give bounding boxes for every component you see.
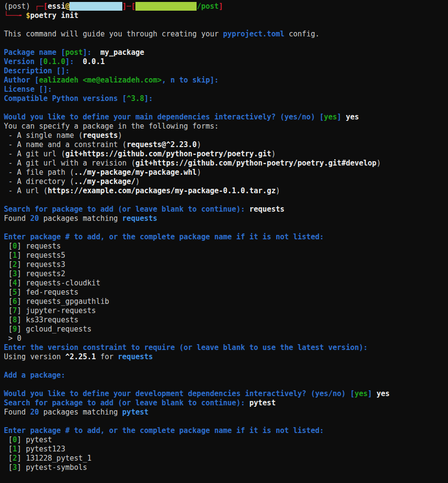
form-bullet-file-path: - A file path (../my-package/my-package.… [4, 168, 448, 177]
package-option-text: [ [4, 445, 13, 453]
package-option-text: 5 [13, 288, 17, 297]
package-option-text: requests_gpgauthlib [26, 297, 109, 306]
resolved-version: ^2.25.1 [65, 352, 96, 361]
form-bullet-directory-text: ) [135, 177, 140, 186]
package-option: [2] requests3 [4, 260, 448, 269]
search-package-prompt-text: Search for package to add (or leave blan… [4, 205, 249, 214]
version-constraint-prompt-text: Enter the version constraint to require … [4, 343, 368, 352]
package-option-text: 7 [13, 306, 17, 315]
package-option-text: ] [17, 306, 26, 315]
blank-line [4, 380, 448, 389]
redacted-path-block [135, 2, 197, 11]
package-option-text: pytest [26, 435, 52, 444]
enter-package-prompt-text: Enter package # to add, or the complete … [4, 426, 324, 435]
author-prompt-text: , n to skip]: [162, 76, 218, 84]
dev-deps-question-text: Would you like to define your developmen… [4, 389, 354, 398]
package-option-text: gcloud_requests [26, 325, 91, 333]
version-prompt-text [74, 57, 83, 66]
package-option-text: 0 [13, 242, 17, 250]
enter-package-prompt-text: Enter package # to add, or the complete … [4, 233, 324, 241]
package-option-text: ] [17, 316, 26, 324]
shell-prompt-line-1-text: ]─[ [122, 2, 135, 11]
package-option-text: [ [4, 316, 13, 324]
shell-prompt-line-1-text: ] [219, 2, 223, 11]
package-option-text: fed-requests [26, 288, 78, 297]
license-prompt: License []: [4, 85, 448, 94]
shell-prompt-line-1-text: ┌─[ [34, 2, 48, 11]
blank-line [4, 196, 448, 205]
package-option-text: jupyter-requests [26, 306, 96, 315]
package-option-text: [ [4, 297, 13, 306]
package-option: [5] fed-requests [4, 288, 448, 297]
package-option-text: [ [4, 242, 13, 250]
package-option-text: ] [17, 279, 26, 287]
package-option-text: [ [4, 435, 13, 444]
terminal[interactable]: (post) ┌─[essi@ ]─[ /post]└──╼ $poetry i… [0, 0, 448, 483]
version-prompt: Version [0.1.0]: 0.0.1 [4, 57, 448, 67]
package-option: [2] 131228_pytest_1 [4, 454, 448, 463]
package-option: [0] requests [4, 242, 448, 251]
redacted-hostname-block [69, 2, 122, 11]
package-option-text: ] [17, 435, 26, 444]
enter-package-prompt: Enter package # to add, or the complete … [4, 233, 448, 242]
package-option-text: ] [17, 269, 26, 278]
using-version-line-text: requests [118, 352, 153, 361]
package-option: [6] requests_gpgauthlib [4, 297, 448, 306]
description-prompt-text: Description []: [4, 67, 69, 75]
typed-answer: yes [346, 113, 359, 121]
found-packages-line-text: Found [4, 408, 30, 416]
package-option-text: [ [4, 260, 13, 269]
form-bullet-git-revision-text: ) [377, 159, 381, 167]
form-bullet-single-name: - A single name (requests) [4, 131, 448, 140]
package-name-prompt-text: Package name [ [4, 48, 65, 57]
found-packages-line: Found 20 packages matching requests [4, 214, 448, 223]
blank-line [4, 417, 448, 426]
using-version-line-text: Using version [4, 352, 65, 361]
package-name-prompt-text: post [65, 48, 83, 57]
package-option-text: requests2 [26, 269, 65, 278]
shell-prompt-line-1: (post) ┌─[essi@ ]─[ /post] [4, 2, 448, 11]
package-option-text: 2 [13, 454, 17, 463]
found-packages-line-text: requests [122, 214, 157, 223]
python-versions-prompt-text: ]: [144, 94, 153, 103]
typed-command: poetry init [30, 11, 78, 20]
match-count: 20 [30, 408, 39, 416]
author-prompt: Author [ealizadeh <me@ealizadeh.com>, n … [4, 76, 448, 85]
selection-input-line-text: > [4, 334, 17, 343]
add-package-prompt-text: Add a package: [4, 371, 65, 380]
match-count: 20 [30, 214, 39, 223]
add-package-prompt: Add a package: [4, 371, 448, 380]
dev-deps-question-text [372, 389, 377, 398]
found-packages-line-text: pytest [122, 408, 149, 416]
dev-deps-question-text: yes [354, 389, 367, 398]
typed-selection: 0 [17, 334, 21, 343]
package-name-prompt: Package name [post]: my_package [4, 48, 448, 57]
package-option-text: pytest-symbols [26, 463, 87, 472]
python-versions-prompt-text: ^3.8 [127, 94, 144, 103]
package-option-text: 131228_pytest_1 [26, 454, 91, 463]
blank-line [4, 362, 448, 371]
package-option-text: ] [17, 297, 26, 306]
package-option: [3] pytest-symbols [4, 463, 448, 472]
form-bullet-git-url-text: ) [271, 150, 276, 158]
package-option-text: 1 [13, 251, 17, 260]
package-option-text: 0 [13, 435, 17, 444]
form-bullet-url: - A url (https://example.com/packages/my… [4, 186, 448, 196]
typed-search-term: pytest [249, 399, 276, 407]
package-option-text: ks33requests [26, 316, 78, 324]
intro-line: This command will guide you through crea… [4, 30, 448, 39]
using-version-line: Using version ^2.25.1 for requests [4, 352, 448, 362]
package-option-text: pytest123 [26, 445, 65, 453]
form-bullet-constraint-text: requests@^2.23.0 [127, 140, 197, 149]
package-option-text: ] [17, 242, 26, 250]
search-package-prompt-text: Search for package to add (or leave blan… [4, 399, 249, 407]
package-option-text: 2 [13, 260, 17, 269]
package-option: [7] jupyter-requests [4, 306, 448, 316]
intro-line-text: config. [284, 30, 319, 38]
package-name-prompt-text: ]: [83, 48, 92, 57]
blank-line [4, 223, 448, 233]
package-option: [1] pytest123 [4, 445, 448, 454]
package-option-text: [ [4, 325, 13, 333]
python-versions-prompt-text: Compatible Python versions [ [4, 94, 127, 103]
found-packages-line: Found 20 packages matching pytest [4, 408, 448, 417]
